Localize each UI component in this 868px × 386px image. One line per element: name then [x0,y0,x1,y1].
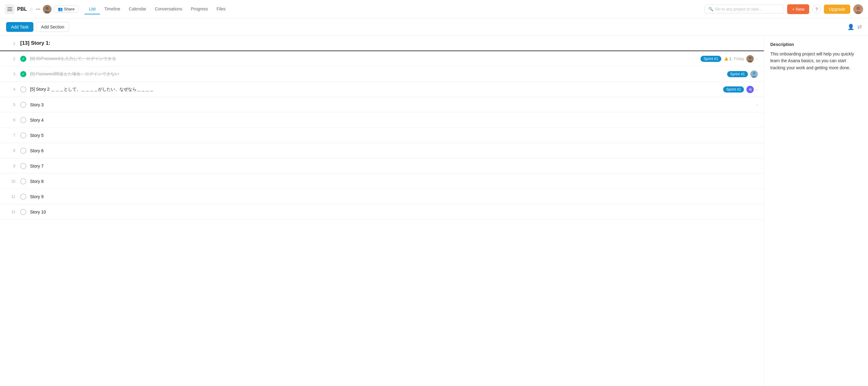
task-meta: Sprint #1 xj › [723,86,758,93]
task-checkbox[interactable] [20,163,26,169]
header-right: 🔍 Go to any project or task... + New ? U… [705,4,863,14]
table-row[interactable]: 6 Story 4 [0,113,764,128]
table-row[interactable]: 4 [5] Story 2 ＿＿＿として、＿＿＿＿がしたい、なぜなら＿＿＿＿ S… [0,82,764,97]
table-row[interactable]: 10 Story 8 [0,174,764,189]
task-checkbox[interactable] [20,102,26,108]
search-icon: 🔍 [708,7,713,11]
svg-rect-2 [7,10,12,11]
task-checkbox[interactable] [20,209,26,215]
filter-icon[interactable]: ⇄ [857,24,862,30]
row-number: 7 [6,133,15,138]
sprint-badge: Sprint #1 [701,56,721,62]
assignee-avatar [746,55,754,62]
project-title: PBL [17,6,27,12]
header-left: PBL ☆ ••• 👥 Share [5,4,79,14]
task-meta: › [756,102,758,107]
svg-rect-0 [7,7,12,8]
task-name: [5] Story 2 ＿＿＿として、＿＿＿＿がしたい、なぜなら＿＿＿＿ [30,87,723,92]
row-number: 4 [6,87,15,92]
sidebar-toggle-button[interactable] [5,4,15,14]
row-number: 5 [6,102,15,107]
row-number: 10 [6,179,15,183]
row-expand-icon[interactable]: › [756,102,758,107]
svg-point-13 [753,72,755,75]
toolbar-actions: 👤 ⇄ [847,24,862,30]
app-header: PBL ☆ ••• 👥 Share List Timeline Calendar… [0,0,868,19]
table-row[interactable]: 9 Story 7 [0,158,764,174]
task-checkbox[interactable] [20,132,26,139]
task-name: [5] Password間違えた場合、ログインできない [30,71,727,77]
row-number: 2 [6,57,15,61]
task-checkbox[interactable] [20,194,26,200]
table-row[interactable]: 8 Story 6 [0,143,764,158]
share-button[interactable]: 👥 Share [54,5,79,13]
table-row[interactable]: 11 Story 9 [0,189,764,204]
help-button[interactable]: ? [812,5,821,13]
task-checkbox[interactable] [20,178,26,184]
add-section-button[interactable]: Add Section [36,22,69,32]
person-icon[interactable]: 👤 [847,24,854,30]
nav-tabs: List Timeline Calendar Conversations Pro… [85,4,230,14]
task-name: Story 7 [30,164,758,169]
task-meta: Sprint #1 [727,70,758,78]
task-list: 1 [13] Story 1: 2 [8] ID/Passwordを入力して、ロ… [0,36,764,220]
table-row[interactable]: 3 [5] Password間違えた場合、ログインできない Sprint #1 [0,66,764,82]
table-row[interactable]: 7 Story 5 [0,128,764,143]
tab-files[interactable]: Files [212,4,230,14]
task-meta: Sprint #1 👍 1 Friday › [701,55,758,62]
sprint-badge: Sprint #1 [723,86,744,92]
row-number: 3 [6,72,15,76]
assignee-avatar: xj [746,86,754,93]
task-list-container: 1 [13] Story 1: 2 [8] ID/Passwordを入力して、ロ… [0,36,764,386]
sprint-badge: Sprint #1 [727,71,748,77]
task-name: Story 5 [30,133,758,138]
row-number: 11 [6,195,15,199]
svg-point-4 [45,7,49,10]
row-expand-icon[interactable]: › [756,56,758,61]
tab-progress[interactable]: Progress [187,4,212,14]
tab-conversations[interactable]: Conversations [150,4,187,14]
task-checkbox[interactable] [20,56,26,62]
svg-point-10 [749,57,751,59]
upgrade-button[interactable]: Upgrade [824,5,850,14]
task-toolbar: Add Task Add Section 👤 ⇄ [0,19,868,36]
table-row[interactable]: 2 [8] ID/Passwordを入力して、ログインできる Sprint #1… [0,51,764,66]
due-date: Friday [734,57,744,61]
task-name: Story 4 [30,118,758,122]
task-checkbox[interactable] [20,148,26,154]
row-number: 6 [6,118,15,122]
tab-calendar[interactable]: Calendar [125,4,151,14]
add-task-button[interactable]: Add Task [6,22,33,32]
svg-rect-1 [7,9,12,9]
task-name: Story 3 [30,102,756,107]
svg-point-7 [856,6,860,10]
star-icon[interactable]: ☆ [29,7,33,12]
section-number: 1 [6,41,15,46]
description-heading: Description [770,42,862,47]
row-expand-icon[interactable]: › [756,87,758,92]
project-avatar [43,5,52,13]
tab-list[interactable]: List [85,4,100,14]
table-row[interactable]: 5 Story 3 › [0,97,764,113]
new-button[interactable]: + New [787,4,809,14]
task-name: [8] ID/Passwordを入力して、ログインできる [30,56,701,62]
task-checkbox[interactable] [20,86,26,92]
like-badge: 👍 1 [724,57,732,61]
more-icon[interactable]: ••• [36,7,40,12]
description-panel: Description This onboarding project will… [764,36,868,386]
user-avatar[interactable] [853,4,863,14]
task-name: Story 8 [30,179,758,184]
assignee-avatar [750,70,758,78]
task-checkbox[interactable] [20,117,26,123]
task-name: Story 10 [30,210,758,214]
row-number: 9 [6,164,15,168]
task-checkbox[interactable] [20,71,26,77]
row-number: 12 [6,210,15,214]
section-title: [13] Story 1: [20,40,758,46]
task-name: Story 6 [30,148,758,153]
description-body: This onboarding project will help you qu… [770,51,862,71]
search-box[interactable]: 🔍 Go to any project or task... [705,5,784,13]
tab-timeline[interactable]: Timeline [100,4,124,14]
table-row[interactable]: 12 Story 10 [0,204,764,220]
section-header: 1 [13] Story 1: [0,36,764,51]
